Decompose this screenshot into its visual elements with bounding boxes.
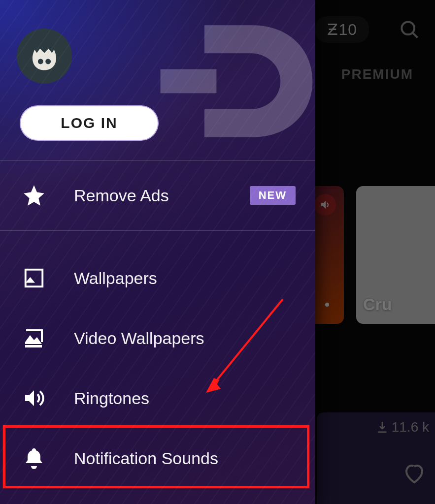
- menu-item-label: Notification Sounds: [74, 449, 218, 468]
- divider: [0, 230, 315, 231]
- bell-icon: [22, 446, 46, 471]
- menu-item-label: Wallpapers: [74, 269, 157, 288]
- svg-rect-5: [26, 270, 43, 287]
- menu-item-notification-sounds[interactable]: Notification Sounds: [0, 429, 315, 487]
- menu-item-wallpapers[interactable]: Wallpapers: [0, 249, 315, 307]
- svg-point-3: [38, 59, 43, 64]
- avatar[interactable]: [17, 29, 72, 84]
- svg-point-4: [45, 59, 51, 64]
- zedge-logo-watermark: [148, 17, 315, 145]
- navigation-drawer: LOG IN Remove Ads NEW Wallpapers Video W…: [0, 0, 315, 504]
- image-icon: [22, 266, 46, 290]
- menu-item-label: Ringtones: [74, 389, 149, 408]
- login-label: LOG IN: [61, 115, 117, 131]
- menu-item-label: Video Wallpapers: [74, 329, 204, 348]
- menu-item-remove-ads[interactable]: Remove Ads NEW: [0, 166, 315, 224]
- svg-rect-2: [161, 69, 217, 94]
- menu-item-label: Remove Ads: [74, 186, 169, 205]
- menu-item-video-wallpapers[interactable]: Video Wallpapers: [0, 309, 315, 367]
- menu-item-ringtones[interactable]: Ringtones: [0, 369, 315, 427]
- video-wallpaper-icon: [22, 326, 46, 350]
- login-button[interactable]: LOG IN: [20, 105, 159, 141]
- star-icon: [22, 183, 46, 208]
- svg-rect-6: [25, 345, 42, 347]
- badge-new: NEW: [250, 186, 296, 205]
- divider: [0, 160, 315, 161]
- avatar-icon: [27, 39, 62, 73]
- speaker-icon: [22, 386, 46, 410]
